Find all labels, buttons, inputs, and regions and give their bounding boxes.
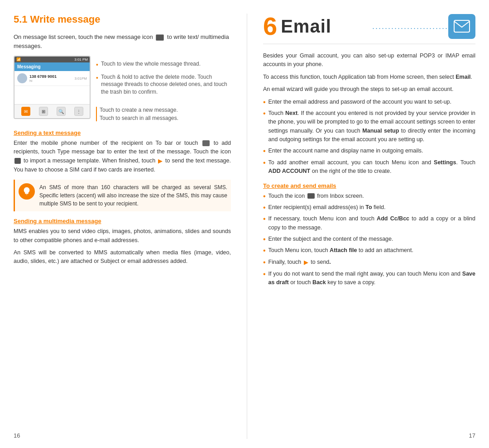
bullet-item-2: • Touch Next. If the account you entered… bbox=[263, 109, 475, 144]
left-column: 5.1 Write message On message list screen… bbox=[14, 14, 231, 439]
dots-decoration: ........................ bbox=[372, 22, 448, 31]
svg-rect-0 bbox=[454, 20, 470, 32]
send-dot-4: • bbox=[263, 235, 266, 243]
email-icon bbox=[454, 20, 470, 33]
sending-text-body: Enter the mobile phone number of the rec… bbox=[14, 139, 231, 174]
send-dot-6: • bbox=[263, 258, 266, 267]
section-title: Write message bbox=[30, 14, 101, 25]
bullet-dot-1: • bbox=[263, 98, 266, 106]
send-text-1: Touch the icon from Inbox screen. bbox=[268, 192, 364, 200]
send-dot-2: • bbox=[263, 203, 266, 212]
callout-item-2: • Touch & hold to active the delete mode… bbox=[96, 73, 231, 96]
sending-mms-body2: An SMS will be converted to MMS automati… bbox=[14, 248, 231, 266]
bullet-text-2: Touch Next. If the account you entered i… bbox=[268, 109, 475, 144]
right-intro1: Besides your Gmail account, you can also… bbox=[263, 52, 475, 69]
phone-header: Messaging bbox=[14, 62, 90, 71]
send-text-7: If you do not want to send the mail righ… bbox=[268, 270, 475, 287]
arrow-icon-2: ▶ bbox=[304, 258, 308, 267]
phone-msg-time: 3:01PM bbox=[74, 76, 87, 81]
phone-screen: 📶 3:01 PM Messaging 138 6789 9001 hi 3:0… bbox=[14, 56, 91, 119]
send-dot-1: • bbox=[263, 192, 266, 200]
page-number-left: 16 bbox=[14, 432, 20, 439]
chapter-number: 6 bbox=[263, 14, 277, 39]
send-bullet-7: • If you do not want to send the mail ri… bbox=[263, 270, 475, 287]
bullet-dot-2: • bbox=[263, 109, 266, 118]
warning-box: An SMS of more than 160 characters will … bbox=[14, 180, 231, 211]
send-dot-7: • bbox=[263, 270, 266, 278]
send-text-4: Enter the subject and the content of the… bbox=[268, 235, 393, 243]
send-bullet-6: • Finally, touch ▶ to send. bbox=[263, 258, 475, 267]
phone-message-row: 138 6789 9001 hi 3:01PM bbox=[14, 71, 90, 86]
chapter-header: 6 Email ........................ bbox=[263, 14, 475, 44]
send-text-5: Touch Menu icon, touch Attach file to ad… bbox=[268, 246, 413, 255]
warning-icon bbox=[19, 183, 35, 200]
callout-line1: Touch to create a new message. Touch to … bbox=[96, 107, 231, 121]
bullet-item-4: • To add another email account, you can … bbox=[263, 158, 475, 176]
bullet-item-1: • Enter the email address and password o… bbox=[263, 98, 475, 106]
bullet-list-2: • Touch the icon from Inbox screen. • En… bbox=[263, 192, 475, 287]
phone-mockup: 📶 3:01 PM Messaging 138 6789 9001 hi 3:0… bbox=[14, 56, 91, 121]
send-bullet-5: • Touch Menu icon, touch Attach file to … bbox=[263, 246, 475, 255]
bullet-2: • bbox=[96, 74, 98, 83]
send-text-3: If necessary, touch Menu icon and touch … bbox=[268, 214, 475, 232]
bullet-text-1: Enter the email address and password of … bbox=[268, 98, 451, 106]
send-text-2: Enter recipient(s) email address(es) in … bbox=[268, 203, 386, 212]
page-number-right: 17 bbox=[469, 432, 475, 439]
send-bullet-2: • Enter recipient(s) email address(es) i… bbox=[263, 203, 475, 212]
search-icon-btn[interactable]: 🔍 bbox=[57, 107, 66, 116]
bullet-list-1: • Enter the email address and password o… bbox=[263, 98, 475, 176]
bullet-dot-3: • bbox=[263, 147, 266, 155]
callout-item-1: • Touch to view the whole message thread… bbox=[96, 60, 231, 70]
new-msg-btn[interactable]: ✉ bbox=[21, 107, 30, 116]
send-dot-5: • bbox=[263, 246, 266, 255]
sending-mms-title[interactable]: Sending a multimedia message bbox=[14, 218, 231, 224]
callout-list: • Touch to view the whole message thread… bbox=[96, 56, 231, 121]
send-bullet-1: • Touch the icon from Inbox screen. bbox=[263, 192, 475, 200]
email-icon-box bbox=[448, 14, 475, 39]
bullet-dot-4: • bbox=[263, 158, 266, 167]
bullet-text-3: Enter the account name and display name … bbox=[268, 147, 423, 155]
phone-demo-area: 📶 3:01 PM Messaging 138 6789 9001 hi 3:0… bbox=[14, 56, 231, 121]
callout-text-1: Touch to view the whole message thread. bbox=[101, 60, 201, 68]
warning-text: An SMS of more than 160 characters will … bbox=[39, 183, 227, 208]
send-bullet-3: • If necessary, touch Menu icon and touc… bbox=[263, 214, 475, 232]
right-intro2: To access this function, touch Applicati… bbox=[263, 73, 475, 81]
status-bar: 📶 3:01 PM bbox=[14, 57, 90, 62]
send-dot-3: • bbox=[263, 214, 266, 223]
column-divider bbox=[247, 14, 247, 439]
bullet-1: • bbox=[96, 61, 98, 70]
phone-toolbar: ✉ ⊞ 🔍 ⋮ bbox=[14, 104, 90, 118]
chapter-title: Email bbox=[281, 16, 370, 37]
create-send-title[interactable]: To create and send emails bbox=[263, 182, 475, 189]
more-btn[interactable]: ⋮ bbox=[74, 107, 83, 116]
callout-text-2: Touch & hold to active the delete mode. … bbox=[101, 73, 231, 96]
send-text-6: Finally, touch ▶ to send. bbox=[268, 258, 331, 267]
bullet-text-4: To add another email account, you can to… bbox=[268, 158, 475, 176]
right-column: 6 Email ........................ Besides… bbox=[263, 14, 475, 439]
send-bullet-4: • Enter the subject and the content of t… bbox=[263, 235, 475, 243]
search-btn[interactable]: ⊞ bbox=[39, 107, 48, 116]
phone-msg-num: 138 6789 9001 bbox=[29, 74, 72, 79]
phone-avatar bbox=[17, 73, 27, 83]
sending-mms-body1: MMS enables you to send video clips, ima… bbox=[14, 227, 231, 245]
arrow-send-icon: ▶ bbox=[158, 157, 163, 166]
bullet-item-3: • Enter the account name and display nam… bbox=[263, 147, 475, 155]
phone-msg-preview: hi bbox=[29, 79, 72, 83]
intro-text: On message list screen, touch the new me… bbox=[14, 33, 231, 50]
phone-msg-content: 138 6789 9001 hi bbox=[29, 74, 72, 83]
section-number: 5.1 bbox=[14, 14, 28, 25]
sending-text-title[interactable]: Sending a text message bbox=[14, 129, 231, 136]
right-intro3: An email wizard will guide you through t… bbox=[263, 85, 475, 94]
